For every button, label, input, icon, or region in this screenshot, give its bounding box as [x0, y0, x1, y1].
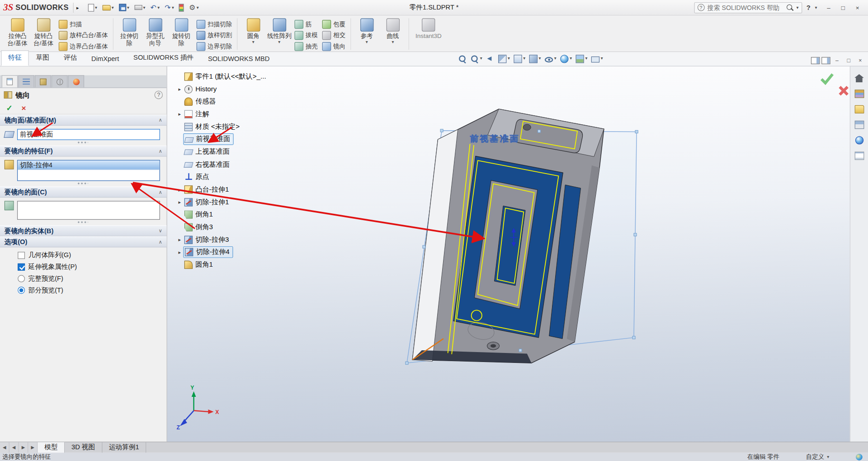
appearances-scenes-icon[interactable] [855, 136, 863, 144]
property-help-button[interactable]: ? [155, 91, 163, 99]
solidworks-resources-icon[interactable] [854, 74, 864, 82]
hide-show-items-button[interactable]: ▾ [543, 52, 558, 65]
customize-status-button[interactable]: 自定义 ▾ [806, 453, 829, 461]
selected-feature-row[interactable]: 切除-拉伸4 [18, 160, 159, 170]
features-section-header[interactable]: 要镜向的特征(F) ∧ [0, 146, 167, 156]
view-settings-button[interactable]: ▾ [590, 52, 604, 65]
hole-wizard-button[interactable]: 异型孔向导 [143, 17, 168, 52]
tab-3d-views[interactable]: 3D 视图 [65, 442, 102, 452]
tab-mbd[interactable]: SOLIDWORKS MBD [201, 52, 277, 66]
rib-button[interactable]: 筋 [293, 19, 320, 29]
save-button[interactable]: ▾ [117, 3, 131, 12]
section-resize-grip[interactable] [5, 220, 160, 224]
intersect-button[interactable]: 相交 [321, 30, 347, 40]
new-document-button[interactable]: ▾ [86, 3, 99, 13]
mirror-plane-section-header[interactable]: 镜向面/基准面(M) ∧ [0, 114, 167, 125]
features-listbox[interactable]: 切除-拉伸4 [17, 160, 160, 181]
extruded-cut-button[interactable]: 拉伸切除 [117, 17, 142, 52]
configurationmanager-tab[interactable] [35, 75, 51, 88]
file-explorer-icon[interactable] [854, 105, 864, 113]
graphics-area[interactable]: 前视基准面 Y X Z 零件1 (默认<<默认>_... ▸History [167, 66, 850, 442]
expand-arrow-icon[interactable]: ▸ [176, 237, 183, 242]
tree-item-right-plane[interactable]: 右视基准面 [176, 158, 306, 171]
previous-view-button[interactable] [485, 52, 496, 65]
tab-motion-study[interactable]: 运动算例1 [102, 442, 146, 452]
bodies-section-header[interactable]: 要镜向的实体(B) ∨ [0, 225, 167, 236]
tab-sketch[interactable]: 草图 [29, 50, 57, 66]
wrap-button[interactable]: 包覆 [321, 19, 347, 29]
instant3d-button[interactable]: Instant3D [412, 17, 444, 52]
print-button[interactable]: ▾ [132, 4, 147, 11]
search-dropdown-icon[interactable]: ▾ [797, 5, 799, 10]
doc-close-button[interactable]: × [855, 57, 865, 63]
tree-item-top-plane[interactable]: 上视基准面 [176, 146, 306, 158]
radio-selected-icon[interactable] [18, 287, 25, 294]
radio-unselected-icon[interactable] [18, 275, 25, 282]
options-section-header[interactable]: 选项(O) ∧ [0, 236, 167, 247]
mirror-plane-field[interactable]: 前视基准面 [17, 129, 160, 140]
expand-arrow-icon[interactable]: ▸ [176, 86, 183, 92]
custom-properties-icon[interactable] [854, 152, 864, 160]
tab-evaluate[interactable]: 评估 [57, 50, 84, 66]
tab-scroll-prev-button[interactable]: ◀ [9, 442, 19, 452]
section-view-button[interactable]: ▾ [496, 52, 511, 65]
tree-item-fillet1[interactable]: 圆角1 [176, 259, 306, 271]
globe-icon[interactable] [856, 453, 863, 460]
zoom-fit-button[interactable] [457, 52, 468, 65]
section-resize-grip[interactable] [5, 140, 160, 145]
tab-scroll-first-button[interactable]: ◀ [0, 442, 9, 452]
propagate-visual-option[interactable]: 延伸视象属性(P) [5, 261, 160, 273]
rebuild-button[interactable] [177, 3, 185, 13]
swept-cut-button[interactable]: 扫描切除 [195, 19, 234, 29]
propertymanager-tab[interactable] [2, 75, 18, 88]
dimxpertmanager-tab[interactable] [52, 75, 68, 88]
tree-item-chamfer3[interactable]: 倒角3 [176, 221, 306, 234]
boundary-boss-button[interactable]: 边界凸台/基体 [57, 41, 109, 52]
options-button[interactable]: ⚙▾ [187, 3, 200, 12]
doc-minimize-button[interactable]: – [832, 57, 842, 63]
shell-button[interactable]: 抽壳 [293, 41, 320, 52]
search-input[interactable] [707, 4, 783, 11]
tab-features[interactable]: 特征 [1, 50, 28, 66]
ok-button[interactable]: ✓ [6, 103, 12, 113]
redo-button[interactable]: ↷▾ [163, 3, 176, 12]
fillet-button[interactable]: 圆角 ▾ [241, 17, 266, 52]
view-palette-icon[interactable] [854, 121, 864, 129]
extruded-boss-button[interactable]: 拉伸凸台/基体 [5, 17, 30, 52]
tree-item-annotations[interactable]: ▸注解 [176, 108, 306, 121]
checkbox-checked-icon[interactable] [18, 263, 25, 271]
undo-button[interactable]: ↶▾ [149, 3, 161, 12]
tree-item-cut-extrude3[interactable]: ▸切除-拉伸3 [176, 234, 306, 246]
displaymanager-tab[interactable] [68, 75, 85, 88]
curves-button[interactable]: 曲线 ▾ [380, 17, 405, 52]
linear-pattern-button[interactable]: 线性阵列 ▾ [267, 17, 292, 52]
confirm-ok-button[interactable] [819, 72, 835, 87]
split-pane-icon[interactable] [811, 57, 820, 64]
tree-item-front-plane[interactable]: 前视基准面 [176, 133, 306, 146]
edit-appearance-button[interactable]: ▾ [559, 52, 574, 65]
confirm-cancel-button[interactable] [838, 85, 849, 98]
revolved-boss-button[interactable]: 旋转凸台/基体 [31, 17, 56, 52]
tab-scroll-next-button[interactable]: ▶ [19, 442, 28, 452]
help-button[interactable]: ? [807, 4, 811, 11]
partial-preview-option[interactable]: 部分预览(T) [5, 284, 160, 296]
checkbox-unchecked-icon[interactable] [18, 252, 25, 259]
tree-item-history[interactable]: ▸History [176, 83, 306, 95]
revolved-cut-button[interactable]: 旋转切除 [169, 17, 194, 52]
tree-item-material[interactable]: 材质 <未指定> [176, 121, 306, 133]
open-button[interactable]: ▾ [100, 4, 115, 11]
expand-arrow-icon[interactable]: ▸ [176, 199, 183, 205]
maximize-button[interactable]: □ [836, 2, 850, 13]
tree-item-origin[interactable]: 原点 [176, 171, 306, 183]
viewport-layout-icon[interactable] [821, 57, 830, 64]
tab-addins[interactable]: SOLIDWORKS 插件 [126, 50, 201, 66]
expand-arrow-icon[interactable]: ▸ [176, 112, 183, 117]
draft-button[interactable]: 拔模 [293, 30, 320, 40]
tab-dimxpert[interactable]: DimXpert [84, 52, 126, 66]
design-library-icon[interactable] [854, 89, 864, 98]
search-icon[interactable] [786, 4, 793, 11]
close-button[interactable]: × [850, 2, 865, 13]
zoom-area-button[interactable]: ▾ [469, 52, 484, 65]
featuremanager-tab[interactable] [18, 75, 34, 88]
minimize-button[interactable]: – [821, 2, 836, 13]
